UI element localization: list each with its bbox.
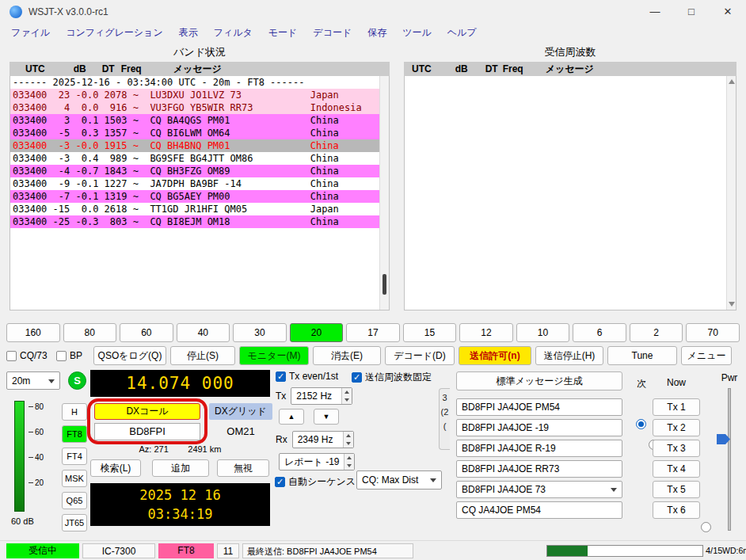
spinner-arrows-icon[interactable] [341,388,352,404]
bp-checkbox[interactable]: BP [56,350,89,361]
enable-tx-button[interactable]: 送信許可(n) [459,346,531,365]
ignore-button[interactable]: 無視 [217,459,269,477]
decode-row[interactable]: 033400 -3 0.4 989 ~ BG9SFE BG4JTT OM86 C… [10,152,389,165]
band-button-12[interactable]: 12 [459,323,513,342]
cq73-checkbox[interactable]: CQ/73 [6,350,52,361]
tx-even-checkbox-box[interactable] [276,371,286,382]
rx-frequency-pane[interactable] [404,76,736,310]
tx1-message-field[interactable]: BD8FPI JA4JOE PM54 [456,398,622,416]
bp-checkbox-box[interactable] [56,351,67,361]
message-tab-strip[interactable]: 3(2( [439,388,450,450]
minimize-button[interactable]: — [637,0,673,24]
band-button-160[interactable]: 160 [6,323,60,342]
tx2-now-button[interactable]: Tx 2 [653,419,700,436]
band-button-6[interactable]: 6 [573,323,626,342]
decode-row[interactable]: 033400 -9 -0.1 1227 ~ JA7DPH BA9BF -14 C… [10,177,389,190]
close-button[interactable]: ✕ [710,0,746,24]
band-activity-scrollbar[interactable] [379,76,389,310]
decode-row[interactable]: 033400 -4 -0.7 1843 ~ CQ BH3FZG OM89 Chi… [10,165,389,177]
scroll-up-icon[interactable] [729,79,735,84]
cq-mode-select[interactable]: CQ: Max Dist [356,470,442,490]
tx5-message-combo[interactable]: BD8FPI JA4JOE 73 [456,481,622,498]
band-button-2[interactable]: 2 [630,323,683,342]
tx6-now-button[interactable]: Tx 6 [653,501,700,519]
tx2-message-field[interactable]: BD8FPI JA4JOE -19 [456,419,622,436]
mode-button-h[interactable]: H [62,403,87,421]
menu-filter[interactable]: フィルタ [206,24,261,41]
mode-button-ft4[interactable]: FT4 [62,448,87,465]
menu-help[interactable]: ヘルプ [440,24,485,41]
menu-tools[interactable]: ツール [394,24,440,41]
decode-row[interactable]: 033400 23 -0.0 2078 ~ LU3DXU JO1LVZ 73 J… [10,89,389,101]
log-qso-button[interactable]: QSOをログ(Q) [93,346,166,365]
decode-row[interactable]: 033400 3 0.1 1503 ~ CQ BA4QGS PM01 China [10,114,389,127]
tx-freq-down-button[interactable]: ▼ [314,409,339,425]
tx1-now-button[interactable]: Tx 1 [653,398,700,416]
decode-row[interactable]: ------ 2025-12-16 - 03:34:00 UTC - 20m -… [10,76,389,89]
band-select[interactable]: 20m [6,371,60,390]
auto-seq-checkbox[interactable]: 自動シーケンス [275,475,356,489]
tx6-next-radio[interactable] [701,522,711,532]
decode-row[interactable]: 033400 -5 0.3 1357 ~ CQ BI6LWM OM64 Chin… [10,127,389,139]
mode-button-msk[interactable]: MSK [62,470,87,487]
tx1-next-radio[interactable] [636,419,646,429]
mode-button-jt65[interactable]: JT65 [62,514,87,531]
rx-freq-spinner[interactable]: 2349 Hz [292,431,354,448]
menu-decode[interactable]: デコード [305,24,360,41]
band-activity-pane[interactable]: ------ 2025-12-16 - 03:34:00 UTC - 20m -… [10,76,390,310]
spinner-arrows-icon[interactable] [344,454,354,470]
auto-seq-checkbox-box[interactable] [275,477,285,487]
tune-button[interactable]: Tune [607,346,677,365]
generate-std-messages-button[interactable]: 標準メッセージ生成 [456,371,622,390]
dx-grid-field[interactable]: OM21 [209,423,272,440]
scrollbar-thumb[interactable] [383,274,386,295]
mode-button-ft8[interactable]: FT8 [62,425,87,443]
tx-even-checkbox[interactable]: Tx even/1st [276,371,338,382]
lookup-button[interactable]: 検索(L) [90,459,141,477]
band-button-20[interactable]: 20 [290,323,344,342]
halt-tx-button[interactable]: 送信停止(H) [535,346,603,365]
tx6-message-field[interactable]: CQ JA4JOE PM54 [456,501,622,519]
tx4-message-field[interactable]: BD8FPI JA4JOE RR73 [456,460,622,478]
mode-button-q65[interactable]: Q65 [62,492,87,509]
decode-button[interactable]: デコード(D) [385,346,455,365]
band-button-30[interactable]: 30 [233,323,287,342]
spinner-arrows-icon[interactable] [343,432,353,448]
scroll-down-icon[interactable] [729,302,735,307]
rx-frequency-scrollbar[interactable] [726,76,736,310]
menu-file[interactable]: ファイル [3,24,58,41]
hold-tx-freq-checkbox[interactable]: 送信周波数固定 [352,371,432,384]
tx4-now-button[interactable]: Tx 4 [653,460,700,478]
tx5-now-button[interactable]: Tx 5 [653,481,700,498]
add-button[interactable]: 追加 [152,459,209,477]
menu-configuration[interactable]: コンフィグレーション [58,24,171,41]
hold-tx-freq-checkbox-box[interactable] [352,372,362,383]
tx-freq-up-button[interactable]: ▲ [279,409,304,425]
decode-row[interactable]: 033400 -3 -0.0 1915 ~ CQ BH4BNQ PM01 Chi… [10,139,389,152]
decode-row[interactable]: 033400 -25 -0.3 803 ~ CQ BI8EJM OM18 Chi… [10,215,389,228]
maximize-button[interactable]: □ [673,0,710,24]
tx3-message-field[interactable]: BD8FPI JA4JOE R-19 [456,440,622,457]
cq73-checkbox-box[interactable] [6,351,17,361]
menu-save[interactable]: 保存 [360,24,394,41]
decode-row[interactable]: 033400 4 0.0 916 ~ VU3FGO YB5WIR RR73 In… [10,101,389,114]
tx-freq-spinner[interactable]: 2152 Hz [291,387,352,405]
menu-mode[interactable]: モード [261,24,306,41]
band-button-80[interactable]: 80 [63,323,117,342]
band-button-70[interactable]: 70 [686,323,740,342]
dx-call-field[interactable]: BD8FPI [94,423,200,440]
band-button-10[interactable]: 10 [516,323,570,342]
band-button-15[interactable]: 15 [403,323,457,342]
erase-button[interactable]: 消去(E) [313,346,381,365]
menus-button[interactable]: メニュー [681,346,732,365]
band-button-60[interactable]: 60 [120,323,173,342]
monitor-button[interactable]: モニター(M) [239,346,309,365]
s-meter-button[interactable]: S [68,371,86,390]
halt-button[interactable]: 停止(S) [170,346,235,365]
report-spinner[interactable]: レポート -19 [279,453,355,470]
tx3-now-button[interactable]: Tx 3 [653,440,700,457]
decode-row[interactable]: 033400 -15 0.0 2618 ~ TT1GD JR1HFI QM05 … [10,203,389,215]
band-button-17[interactable]: 17 [346,323,400,342]
power-slider[interactable] [713,388,744,531]
band-button-40[interactable]: 40 [177,323,230,342]
